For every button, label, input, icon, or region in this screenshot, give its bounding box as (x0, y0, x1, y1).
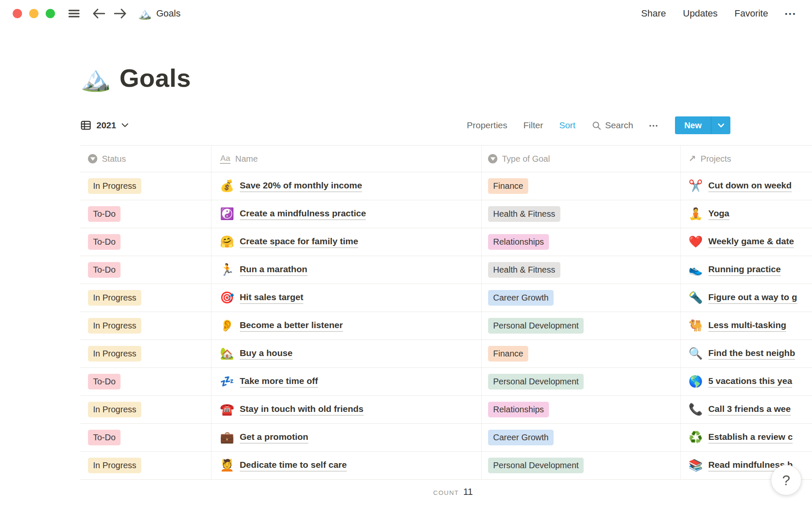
goal-title-link[interactable]: Create a mindfulness practice (240, 208, 366, 220)
goal-title-link[interactable]: Buy a house (240, 348, 293, 360)
name-cell[interactable]: 💰 Save 20% of monthly income (211, 172, 482, 200)
goal-title-link[interactable]: Become a better listener (240, 320, 343, 332)
projects-cell[interactable]: 🔦 Figure out a way to g (681, 284, 812, 312)
projects-cell[interactable]: ♻️ Establish a review c (681, 424, 812, 451)
favorite-button[interactable]: Favorite (735, 8, 768, 19)
table-body: In Progress 💰 Save 20% of monthly income… (80, 172, 812, 480)
project-link[interactable]: Figure out a way to g (708, 292, 797, 304)
project-link[interactable]: Less multi-tasking (708, 320, 786, 332)
count-footer[interactable]: COUNT 11 (80, 486, 482, 497)
goal-title-link[interactable]: Take more time off (240, 376, 318, 388)
type-cell[interactable]: Relationships (482, 228, 681, 256)
new-button-label[interactable]: New (675, 116, 711, 134)
projects-cell[interactable]: 👟 Running practice (681, 256, 812, 284)
type-cell[interactable]: Career Growth (482, 284, 681, 312)
name-cell[interactable]: 🎯 Hit sales target (211, 284, 482, 312)
search-button[interactable]: Search (592, 120, 634, 130)
more-menu-icon[interactable]: ••• (785, 10, 797, 17)
status-tag: In Progress (88, 290, 141, 306)
status-cell[interactable]: In Progress (80, 396, 211, 423)
name-cell[interactable]: 💼 Get a promotion (211, 424, 482, 451)
new-button[interactable]: New (675, 116, 730, 134)
project-emoji-icon: ❤️ (689, 236, 703, 248)
view-options-icon[interactable]: ••• (649, 122, 659, 129)
name-cell[interactable]: 🏡 Buy a house (211, 340, 482, 367)
project-link[interactable]: Cut down on weekd (708, 180, 792, 192)
status-cell[interactable]: To-Do (80, 200, 211, 228)
type-cell[interactable]: Personal Development (482, 368, 681, 395)
project-link[interactable]: Yoga (708, 208, 730, 220)
projects-cell[interactable]: 🔍 Find the best neighb (681, 340, 812, 367)
project-link[interactable]: Find the best neighb (708, 348, 795, 360)
zoom-window-button[interactable] (46, 9, 55, 18)
projects-cell[interactable]: 🌎 5 vacations this yea (681, 368, 812, 395)
projects-cell[interactable]: ✂️ Cut down on weekd (681, 172, 812, 200)
view-switcher[interactable]: 2021 (80, 120, 129, 131)
back-icon[interactable] (92, 8, 106, 19)
type-cell[interactable]: Health & Fitness (482, 256, 681, 284)
status-cell[interactable]: In Progress (80, 312, 211, 340)
name-cell[interactable]: 🏃 Run a marathon (211, 256, 482, 284)
status-cell[interactable]: In Progress (80, 452, 211, 479)
column-header-name[interactable]: Aa Name (211, 146, 482, 172)
status-cell[interactable]: In Progress (80, 284, 211, 312)
close-window-button[interactable] (13, 9, 22, 18)
goal-title-link[interactable]: Run a marathon (240, 264, 307, 276)
project-link[interactable]: Establish a review c (708, 432, 793, 444)
sort-button[interactable]: Sort (559, 120, 576, 130)
name-cell[interactable]: ☎️ Stay in touch with old friends (211, 396, 482, 423)
table-row: In Progress 👂 Become a better listener P… (80, 312, 812, 340)
new-dropdown-button[interactable] (711, 116, 730, 134)
goal-title-link[interactable]: Stay in touch with old friends (240, 404, 364, 416)
status-cell[interactable]: In Progress (80, 340, 211, 367)
type-cell[interactable]: Finance (482, 340, 681, 367)
status-cell[interactable]: In Progress (80, 172, 211, 200)
goals-table: Status Aa Name Type of Goal ↗ Projects I… (80, 145, 812, 480)
page-title[interactable]: Goals (119, 64, 191, 93)
updates-button[interactable]: Updates (683, 8, 718, 19)
name-cell[interactable]: ☯️ Create a mindfulness practice (211, 200, 482, 228)
properties-button[interactable]: Properties (467, 120, 508, 130)
share-button[interactable]: Share (641, 8, 666, 19)
status-cell[interactable]: To-Do (80, 424, 211, 451)
type-cell[interactable]: Relationships (482, 396, 681, 423)
forward-icon[interactable] (113, 8, 127, 19)
breadcrumb[interactable]: 🏔️ Goals (138, 8, 181, 19)
goal-title-link[interactable]: Get a promotion (240, 432, 308, 444)
project-link[interactable]: Running practice (708, 264, 781, 276)
project-link[interactable]: Weekly game & date (708, 236, 794, 248)
status-cell[interactable]: To-Do (80, 228, 211, 256)
goal-title-link[interactable]: Save 20% of monthly income (240, 180, 362, 192)
name-cell[interactable]: 💤 Take more time off (211, 368, 482, 395)
type-cell[interactable]: Finance (482, 172, 681, 200)
goal-title-link[interactable]: Create space for family time (240, 236, 358, 248)
projects-cell[interactable]: 🧘 Yoga (681, 200, 812, 228)
help-button[interactable]: ? (771, 465, 801, 495)
column-header-type[interactable]: Type of Goal (482, 146, 681, 172)
window-titlebar: 🏔️ Goals Share Updates Favorite ••• (0, 0, 812, 27)
name-cell[interactable]: 💆 Dedicate time to self care (211, 452, 482, 479)
project-link[interactable]: Call 3 friends a wee (708, 404, 791, 416)
sidebar-toggle-icon[interactable] (68, 8, 80, 19)
type-cell[interactable]: Personal Development (482, 312, 681, 340)
status-cell[interactable]: To-Do (80, 256, 211, 284)
goal-emoji-icon: 💤 (220, 376, 234, 387)
type-cell[interactable]: Health & Fitness (482, 200, 681, 228)
projects-cell[interactable]: 📞 Call 3 friends a wee (681, 396, 812, 423)
column-header-status[interactable]: Status (80, 146, 211, 172)
minimize-window-button[interactable] (29, 9, 38, 18)
projects-cell[interactable]: 🐫 Less multi-tasking (681, 312, 812, 340)
project-link[interactable]: 5 vacations this yea (708, 376, 792, 388)
goal-title-link[interactable]: Dedicate time to self care (240, 460, 347, 472)
name-cell[interactable]: 👂 Become a better listener (211, 312, 482, 340)
column-header-projects[interactable]: ↗ Projects (681, 146, 812, 172)
view-name: 2021 (96, 120, 116, 130)
name-cell[interactable]: 🤗 Create space for family time (211, 228, 482, 256)
page-emoji-icon[interactable]: 🏔️ (80, 66, 111, 91)
projects-cell[interactable]: ❤️ Weekly game & date (681, 228, 812, 256)
goal-title-link[interactable]: Hit sales target (240, 292, 304, 304)
type-cell[interactable]: Career Growth (482, 424, 681, 451)
filter-button[interactable]: Filter (523, 120, 543, 130)
status-cell[interactable]: To-Do (80, 368, 211, 395)
type-cell[interactable]: Personal Development (482, 452, 681, 479)
